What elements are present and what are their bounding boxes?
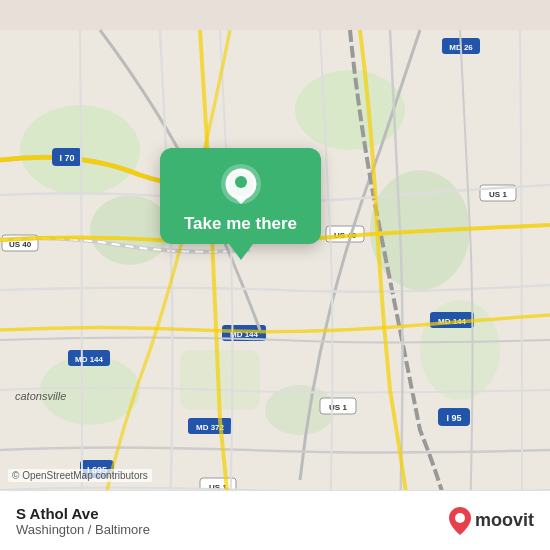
map-background: I 70 US 40 US 40 US 1 MD 26 MD 144 MD 14…	[0, 0, 550, 550]
location-info: S Athol Ave Washington / Baltimore	[16, 505, 150, 537]
popup-box[interactable]: Take me there	[160, 148, 321, 244]
svg-text:MD 144: MD 144	[75, 355, 104, 364]
moovit-pin-icon	[449, 507, 471, 535]
moovit-text: moovit	[475, 510, 534, 531]
svg-text:US 1: US 1	[489, 190, 507, 199]
location-popup[interactable]: Take me there	[160, 148, 321, 260]
svg-point-40	[235, 176, 247, 188]
map-container: I 70 US 40 US 40 US 1 MD 26 MD 144 MD 14…	[0, 0, 550, 550]
map-pin-icon	[219, 162, 263, 206]
svg-point-41	[455, 513, 465, 523]
popup-label: Take me there	[184, 214, 297, 234]
bottom-bar: S Athol Ave Washington / Baltimore moovi…	[0, 490, 550, 550]
svg-text:catonsville: catonsville	[15, 390, 66, 402]
svg-point-3	[295, 70, 405, 150]
svg-text:I 70: I 70	[59, 153, 74, 163]
map-attribution: © OpenStreetMap contributors	[8, 469, 152, 482]
popup-tail	[229, 244, 253, 260]
svg-point-2	[90, 195, 170, 265]
svg-text:US 40: US 40	[9, 240, 32, 249]
svg-text:I 95: I 95	[446, 413, 461, 423]
moovit-logo: moovit	[449, 507, 534, 535]
location-name: S Athol Ave	[16, 505, 150, 522]
location-region: Washington / Baltimore	[16, 522, 150, 537]
